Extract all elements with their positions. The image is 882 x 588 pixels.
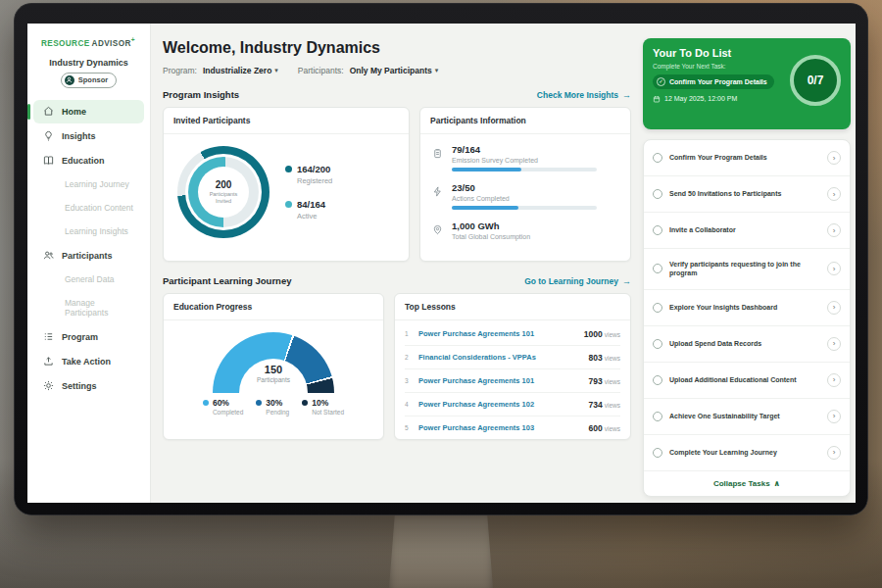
legend-dot xyxy=(256,400,262,406)
participants-select[interactable]: Only My Participants ▾ xyxy=(350,66,439,75)
registered-label: Registered xyxy=(297,176,332,185)
task-row-send-invitations[interactable]: Send 50 Invitations to Participants › xyxy=(644,176,850,213)
sidebar-item-program[interactable]: Program xyxy=(33,325,144,349)
task-checkbox[interactable] xyxy=(653,225,662,235)
registered-value: 164/200 xyxy=(297,164,332,174)
task-row-upload-educational-content[interactable]: Upload Additional Educational Content › xyxy=(644,363,850,399)
views-label: views xyxy=(605,402,620,409)
nav-label: Take Action xyxy=(62,357,111,367)
sidebar-item-general-data[interactable]: General Data xyxy=(33,269,144,291)
chevron-right-icon[interactable]: › xyxy=(827,301,841,315)
actions-completed-label: Actions Completed xyxy=(452,195,597,202)
book-icon xyxy=(43,155,54,166)
lesson-rank: 2 xyxy=(405,354,412,361)
lesson-link[interactable]: Power Purchase Agreements 103 xyxy=(418,423,582,432)
task-row-invite-collaborator[interactable]: Invite a Collaborator › xyxy=(644,213,850,249)
task-row-confirm-program[interactable]: Confirm Your Program Details › xyxy=(644,140,850,176)
pending-label: Pending xyxy=(266,409,289,416)
logo-advisor: ADVISOR xyxy=(92,39,131,48)
chevron-right-icon[interactable]: › xyxy=(827,187,841,201)
sidebar-item-take-action[interactable]: Take Action xyxy=(33,350,144,373)
invited-participants-card: Invited Participants 200 Participants In… xyxy=(163,107,410,262)
next-task-pill[interactable]: ✓ Confirm Your Program Details xyxy=(653,74,774,89)
chevron-right-icon[interactable]: › xyxy=(827,410,841,423)
logo-resource: RESOURCE xyxy=(41,39,90,48)
lesson-link[interactable]: Power Purchase Agreements 101 xyxy=(418,376,582,385)
sponsor-badge[interactable]: Sponsor xyxy=(61,73,117,88)
sidebar-item-education-content[interactable]: Education Content xyxy=(33,197,144,220)
learning-journey-title: Participant Learning Journey xyxy=(163,275,291,286)
calendar-icon xyxy=(653,95,661,103)
sidebar-item-learning-journey[interactable]: Learning Journey xyxy=(33,173,144,196)
task-row-verify-participants[interactable]: Verify participants requesting to join t… xyxy=(644,249,850,290)
sidebar-item-participants[interactable]: Participants xyxy=(33,244,144,268)
action-arrow-icon xyxy=(43,356,54,367)
gauge-center-value: 150 xyxy=(257,364,290,375)
collapse-tasks-button[interactable]: Collapse Tasks ∧ xyxy=(644,471,850,496)
lesson-rank: 1 xyxy=(405,330,412,337)
stat-actions-completed: 23/50 Actions Completed xyxy=(432,182,618,210)
chevron-right-icon[interactable]: › xyxy=(827,446,841,460)
chevron-down-icon: ▾ xyxy=(274,67,278,74)
sidebar-item-learning-insights[interactable]: Learning Insights xyxy=(33,220,144,243)
clipboard-icon xyxy=(432,145,444,172)
collapse-tasks-label: Collapse Tasks xyxy=(713,479,770,488)
education-progress-body: 150 Participants 60% Completed xyxy=(164,320,383,416)
task-row-complete-learning-journey[interactable]: Complete Your Learning Journey › xyxy=(644,435,850,471)
task-row-achieve-target[interactable]: Achieve One Sustainability Target › xyxy=(644,399,850,435)
task-row-upload-spend-data[interactable]: Upload Spend Data Records › xyxy=(644,326,850,363)
lesson-row: 1 Power Purchase Agreements 101 1000view… xyxy=(405,322,620,346)
lesson-link[interactable]: Financial Considerations - VPPAs xyxy=(418,353,582,362)
sidebar-item-home[interactable]: Home xyxy=(33,100,144,123)
emission-survey-value: 79/164 xyxy=(452,144,597,155)
donut-legend: 164/200 Registered 84/164 Active xyxy=(285,164,332,220)
program-insights-title: Program Insights xyxy=(163,89,239,100)
donut-center-label: Participants Invited xyxy=(205,191,242,205)
todo-progress-value: 0/7 xyxy=(808,74,824,87)
chevron-right-icon[interactable]: › xyxy=(827,151,841,165)
task-checkbox[interactable] xyxy=(653,303,662,313)
task-checkbox[interactable] xyxy=(653,412,662,421)
task-label: Verify participants requesting to join t… xyxy=(669,260,808,278)
chevron-right-icon[interactable]: › xyxy=(827,262,841,275)
sidebar-item-insights[interactable]: Insights xyxy=(33,124,144,148)
views-label: views xyxy=(605,331,620,338)
nav-label: Manage Participants xyxy=(65,298,136,318)
task-label: Achieve One Sustainability Target xyxy=(669,412,808,420)
task-row-explore-insights[interactable]: Explore Your Insights Dashboard › xyxy=(644,290,850,326)
sidebar-item-settings[interactable]: Settings xyxy=(33,374,144,398)
task-checkbox[interactable] xyxy=(653,339,662,349)
chevron-right-icon[interactable]: › xyxy=(827,223,841,237)
go-to-learning-journey-link[interactable]: Go to Learning Journey → xyxy=(524,276,631,286)
chevron-right-icon[interactable]: › xyxy=(827,337,841,351)
app-logo: RESOURCEADVISOR+ xyxy=(27,24,150,48)
task-checkbox[interactable] xyxy=(653,153,662,163)
participants-filter-label: Participants: xyxy=(298,66,344,75)
task-label: Explore Your Insights Dashboard xyxy=(669,303,808,312)
chevron-right-icon[interactable]: › xyxy=(827,373,841,387)
learning-journey-header: Participant Learning Journey Go to Learn… xyxy=(163,275,631,286)
participants-select-value: Only My Participants xyxy=(350,66,432,75)
lesson-link[interactable]: Power Purchase Agreements 101 xyxy=(418,329,577,338)
progress-fill xyxy=(452,168,521,172)
program-select[interactable]: Industrialize Zero ▾ xyxy=(203,66,278,75)
invited-participants-title: Invited Participants xyxy=(164,108,409,134)
legend-item-registered: 164/200 Registered xyxy=(285,164,332,185)
task-checkbox[interactable] xyxy=(653,264,662,273)
sidebar-nav: Home Insights Education Learning Journey xyxy=(27,100,150,398)
task-label: Complete Your Learning Journey xyxy=(669,448,808,457)
task-checkbox[interactable] xyxy=(653,448,662,458)
task-checkbox[interactable] xyxy=(653,189,662,199)
sidebar-item-manage-participants[interactable]: Manage Participants xyxy=(33,292,144,324)
top-lessons-title: Top Lessons xyxy=(395,294,630,320)
lesson-row: 4 Power Purchase Agreements 102 734views xyxy=(405,393,620,416)
check-more-insights-link[interactable]: Check More Insights → xyxy=(537,90,631,100)
task-checkbox[interactable] xyxy=(653,375,662,385)
lesson-link[interactable]: Power Purchase Agreements 102 xyxy=(418,400,582,409)
legend-item-not-started: 10% Not Started xyxy=(302,398,344,416)
sidebar-item-education[interactable]: Education xyxy=(33,149,144,172)
nav-label: Learning Insights xyxy=(65,226,128,236)
task-label: Send 50 Invitations to Participants xyxy=(669,189,808,198)
legend-dot xyxy=(285,201,292,208)
filters-row: Program: Industrialize Zero ▾ Participan… xyxy=(163,66,631,75)
